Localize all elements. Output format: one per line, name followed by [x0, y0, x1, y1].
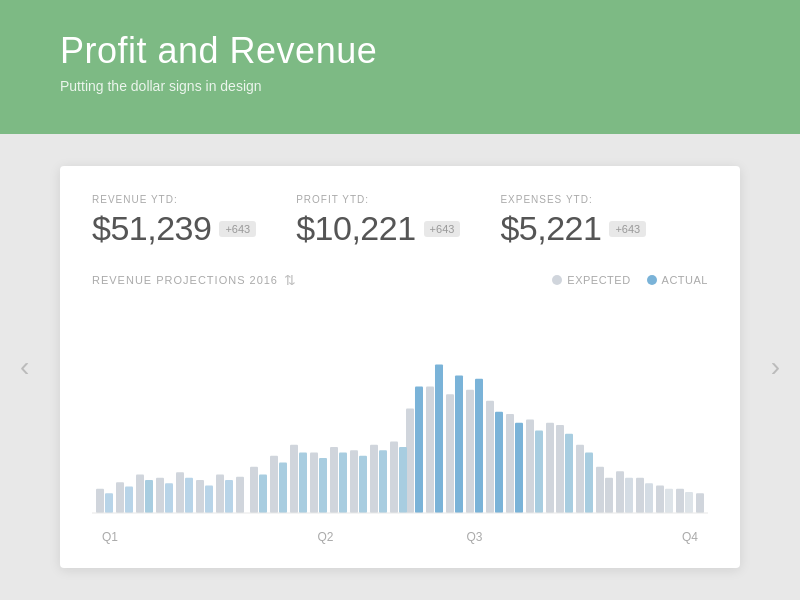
- svg-rect-55: [645, 483, 653, 513]
- actual-dot: [647, 275, 657, 285]
- actual-label: ACTUAL: [662, 274, 708, 286]
- metric-profit: PROFIT YTD: $10,221 +643: [296, 194, 460, 248]
- svg-rect-32: [236, 477, 244, 513]
- revenue-label: REVENUE YTD:: [92, 194, 256, 205]
- svg-rect-28: [196, 480, 204, 513]
- svg-rect-41: [390, 442, 398, 514]
- q1-label: Q1: [102, 530, 251, 544]
- q3-label: Q3: [400, 530, 549, 544]
- expected-dot: [552, 275, 562, 285]
- nav-arrow-right[interactable]: ›: [761, 341, 790, 393]
- svg-rect-60: [696, 493, 704, 513]
- chart-legend: EXPECTED ACTUAL: [552, 274, 708, 286]
- expenses-label: EXPENSES YTD:: [500, 194, 646, 205]
- metric-revenue: REVENUE YTD: $51,239 +643: [92, 194, 256, 248]
- svg-rect-39: [370, 445, 378, 513]
- bar-chart: [92, 304, 708, 524]
- svg-rect-6: [250, 467, 258, 513]
- legend-actual: ACTUAL: [647, 274, 708, 286]
- svg-rect-43: [466, 390, 474, 513]
- expected-label: EXPECTED: [567, 274, 630, 286]
- expenses-value-row: $5,221 +643: [500, 209, 646, 248]
- svg-rect-47: [506, 414, 514, 513]
- svg-rect-3: [125, 487, 133, 513]
- svg-rect-44: [475, 379, 483, 513]
- svg-rect-53: [625, 478, 633, 513]
- svg-rect-8: [270, 456, 278, 513]
- svg-rect-50: [535, 431, 543, 514]
- svg-rect-29: [205, 486, 213, 514]
- svg-rect-9: [279, 462, 287, 513]
- expenses-badge: +643: [609, 221, 646, 237]
- svg-rect-17: [455, 376, 463, 514]
- profit-value-row: $10,221 +643: [296, 209, 460, 248]
- svg-rect-4: [136, 475, 144, 514]
- svg-rect-51: [546, 423, 554, 513]
- svg-rect-56: [656, 486, 664, 514]
- svg-rect-25: [165, 483, 173, 513]
- profit-badge: +643: [424, 221, 461, 237]
- svg-rect-0: [96, 489, 104, 513]
- svg-rect-54: [636, 478, 644, 513]
- revenue-value: $51,239: [92, 209, 211, 248]
- svg-rect-12: [406, 409, 414, 514]
- svg-rect-11: [299, 453, 307, 514]
- svg-rect-46: [495, 412, 503, 513]
- revenue-value-row: $51,239 +643: [92, 209, 256, 248]
- svg-rect-38: [359, 456, 367, 513]
- svg-rect-2: [116, 482, 124, 513]
- q4-label: Q4: [549, 530, 698, 544]
- expenses-value: $5,221: [500, 209, 601, 248]
- svg-rect-18: [556, 425, 564, 513]
- svg-rect-36: [339, 453, 347, 514]
- metric-expenses: EXPENSES YTD: $5,221 +643: [500, 194, 646, 248]
- svg-rect-24: [156, 478, 164, 513]
- q2-label: Q2: [251, 530, 400, 544]
- filter-icon[interactable]: ⇅: [284, 272, 296, 288]
- svg-rect-58: [676, 489, 684, 513]
- page-title: Profit and Revenue: [60, 30, 740, 72]
- chart-title: REVENUE PROJECTIONS 2016: [92, 274, 278, 286]
- legend-expected: EXPECTED: [552, 274, 630, 286]
- dashboard-card: REVENUE YTD: $51,239 +643 PROFIT YTD: $1…: [60, 166, 740, 568]
- content-area: ‹ REVENUE YTD: $51,239 +643 PROFIT YTD: …: [0, 134, 800, 600]
- svg-rect-27: [185, 478, 193, 513]
- svg-rect-49: [526, 420, 534, 514]
- svg-rect-57: [665, 489, 673, 513]
- svg-rect-37: [350, 450, 358, 513]
- chart-title-row: REVENUE PROJECTIONS 2016 ⇅: [92, 272, 296, 288]
- svg-rect-52: [616, 471, 624, 513]
- svg-rect-40: [379, 450, 387, 513]
- svg-rect-45: [486, 401, 494, 513]
- svg-rect-21: [585, 453, 593, 514]
- profit-label: PROFIT YTD:: [296, 194, 460, 205]
- svg-rect-15: [435, 365, 443, 514]
- svg-rect-35: [330, 447, 338, 513]
- svg-rect-1: [105, 493, 113, 513]
- metrics-row: REVENUE YTD: $51,239 +643 PROFIT YTD: $1…: [92, 194, 708, 248]
- revenue-badge: +643: [219, 221, 256, 237]
- svg-rect-5: [145, 480, 153, 513]
- quarter-labels: Q1 Q2 Q3 Q4: [92, 530, 708, 544]
- svg-rect-14: [426, 387, 434, 514]
- svg-rect-42: [399, 447, 407, 513]
- svg-rect-59: [685, 492, 693, 513]
- chart-area: [92, 304, 708, 524]
- svg-rect-30: [216, 475, 224, 514]
- svg-rect-31: [225, 480, 233, 513]
- nav-arrow-left[interactable]: ‹: [10, 341, 39, 393]
- svg-rect-13: [415, 387, 423, 514]
- svg-rect-48: [515, 423, 523, 513]
- svg-rect-20: [576, 445, 584, 513]
- svg-rect-10: [290, 445, 298, 513]
- svg-rect-33: [310, 453, 318, 514]
- svg-rect-34: [319, 458, 327, 513]
- svg-rect-22: [596, 467, 604, 513]
- page-subtitle: Putting the dollar signs in design: [60, 78, 740, 94]
- chart-header: REVENUE PROJECTIONS 2016 ⇅ EXPECTED ACTU…: [92, 272, 708, 288]
- profit-value: $10,221: [296, 209, 415, 248]
- svg-rect-23: [605, 478, 613, 513]
- svg-rect-7: [259, 475, 267, 514]
- svg-rect-16: [446, 394, 454, 513]
- svg-rect-19: [565, 434, 573, 513]
